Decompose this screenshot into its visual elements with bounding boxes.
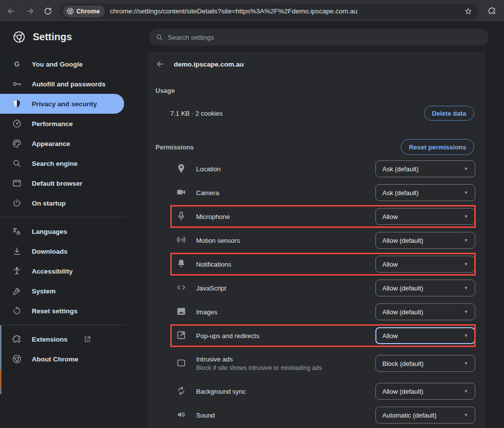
sidebar-item-label: Downloads	[32, 248, 68, 255]
permission-row-popups-and-redirects: Pop-ups and redirectsAllow▼	[147, 324, 486, 348]
browser-toolbar: Chrome chrome://settings/content/siteDet…	[0, 0, 504, 22]
download-icon	[12, 246, 22, 256]
permission-label: Notifications	[196, 261, 231, 268]
permission-row-background-sync: Background syncAllow (default)▼	[147, 379, 486, 403]
dropdown-value: Allow	[382, 261, 464, 268]
images-dropdown[interactable]: Allow (default)▼	[375, 303, 475, 320]
dropdown-value: Allow (default)	[382, 388, 464, 395]
sidebar-item-label: Reset settings	[32, 307, 77, 315]
desktop-edge-sliver	[0, 370, 1, 388]
sidebar-item-label: About Chrome	[32, 356, 78, 363]
sidebar-item-downloads[interactable]: Downloads	[0, 241, 124, 261]
back-arrow-icon[interactable]	[155, 59, 165, 69]
sidebar-item-appearance[interactable]: Appearance	[0, 134, 124, 153]
sidebar-item-languages[interactable]: Languages	[0, 221, 124, 241]
dropdown-value: Ask (default)	[382, 189, 464, 197]
motion-sensors-dropdown[interactable]: Allow (default)▼	[375, 232, 475, 249]
sidebar-nav: GYou and GoogleAutofill and passwordsPri…	[0, 52, 147, 428]
sidebar-item-label: Privacy and security	[32, 100, 97, 108]
desktop-edge-sliver	[0, 388, 1, 394]
sidebar-item-reset-settings[interactable]: Reset settings	[0, 301, 124, 321]
sound-dropdown[interactable]: Automatic (default)▼	[375, 407, 475, 424]
chrome-logo-icon	[12, 354, 22, 364]
permission-label: Motion sensors	[196, 237, 240, 244]
permission-label: Background sync	[196, 388, 246, 395]
dropdown-value: Block (default)	[382, 360, 464, 367]
speaker-icon	[175, 409, 187, 421]
bookmark-star-icon[interactable]	[464, 7, 473, 16]
notifications-dropdown[interactable]: Allow▼	[375, 256, 475, 273]
usage-value: 7.1 KB · 2 cookies	[170, 110, 424, 117]
reload-icon[interactable]	[43, 6, 53, 16]
location-dropdown[interactable]: Ask (default)▼	[375, 160, 475, 177]
chevron-down-icon: ▼	[464, 262, 468, 267]
microphone-dropdown[interactable]: Allow▼	[375, 208, 475, 225]
extensions-puzzle-icon[interactable]	[488, 6, 497, 15]
permission-row-notifications: NotificationsAllow▼	[147, 252, 486, 276]
delete-data-button[interactable]: Delete data	[424, 106, 474, 121]
sidebar-item-label: Search engine	[32, 160, 77, 167]
dropdown-value: Allow	[382, 213, 464, 220]
chevron-down-icon: ▼	[464, 166, 468, 171]
chrome-logo-icon	[67, 7, 74, 15]
image-icon	[175, 306, 187, 318]
sidebar-item-system[interactable]: System	[0, 281, 124, 301]
search-input[interactable]	[168, 34, 466, 41]
site-title: demo.ipscape.com.au	[174, 61, 244, 68]
settings-header: Settings	[0, 22, 504, 52]
popups-and-redirects-dropdown[interactable]: Allow▼	[375, 327, 475, 344]
dropdown-value: Allow (default)	[382, 237, 464, 244]
bell-icon	[175, 258, 187, 270]
desktop-edge-sliver	[0, 325, 1, 370]
browser-window-icon	[12, 178, 22, 188]
sidebar-item-label: Default browser	[32, 180, 82, 187]
chrome-logo-icon	[12, 30, 26, 44]
sidebar-item-on-startup[interactable]: On startup	[0, 193, 124, 213]
sidebar-item-search-engine[interactable]: Search engine	[0, 153, 124, 173]
page-title: Settings	[33, 31, 72, 43]
power-icon	[12, 198, 22, 208]
sidebar-item-label: Autofill and passwords	[32, 80, 106, 88]
sidebar-item-label: Appearance	[32, 140, 70, 147]
sidebar-item-label: Extensions	[32, 336, 68, 343]
camera-dropdown[interactable]: Ask (default)▼	[375, 184, 475, 201]
permissions-header: Permissions Reset permissions	[155, 139, 474, 155]
back-icon[interactable]	[6, 6, 16, 16]
sidebar-item-default-browser[interactable]: Default browser	[0, 173, 124, 193]
reset-permissions-button[interactable]: Reset permissions	[401, 139, 474, 155]
permissions-section-label: Permissions	[155, 143, 401, 151]
site-details-panel: demo.ipscape.com.au Usage 7.1 KB · 2 coo…	[147, 52, 486, 428]
permission-label: JavaScript	[196, 285, 226, 292]
chevron-down-icon: ▼	[464, 413, 468, 418]
permissions-list: LocationAsk (default)▼CameraAsk (default…	[147, 157, 486, 427]
sidebar-item-about-chrome[interactable]: About Chrome	[0, 349, 124, 369]
chevron-down-icon: ▼	[464, 361, 468, 366]
url-text[interactable]: chrome://settings/content/siteDetails?si…	[110, 7, 464, 15]
shield-icon	[12, 99, 22, 109]
reset-icon	[12, 306, 22, 316]
palette-icon	[12, 139, 22, 148]
sidebar-item-performance[interactable]: Performance	[0, 114, 124, 134]
intrusive-ads-dropdown[interactable]: Block (default)▼	[375, 355, 475, 372]
forward-icon[interactable]	[25, 6, 35, 16]
javascript-dropdown[interactable]: Allow (default)▼	[375, 280, 475, 296]
sidebar-item-accessibility[interactable]: Accessibility	[0, 261, 124, 281]
chevron-down-icon: ▼	[464, 238, 468, 243]
sidebar-item-you-and-google[interactable]: GYou and Google	[0, 54, 124, 74]
dropdown-value: Ask (default)	[382, 165, 464, 173]
sidebar-item-privacy-and-security[interactable]: Privacy and security	[0, 94, 124, 114]
microphone-icon	[175, 211, 187, 222]
permission-row-images: ImagesAllow (default)▼	[147, 300, 486, 324]
motion-sensors-icon	[175, 234, 187, 246]
chevron-down-icon: ▼	[464, 214, 468, 219]
url-bar[interactable]: Chrome chrome://settings/content/siteDet…	[60, 3, 478, 19]
background-sync-dropdown[interactable]: Allow (default)▼	[375, 383, 475, 400]
permission-row-microphone: MicrophoneAllow▼	[147, 205, 486, 228]
sidebar-item-autofill-and-passwords[interactable]: Autofill and passwords	[0, 74, 124, 94]
puzzle-icon	[12, 334, 22, 344]
sidebar-item-label: On startup	[32, 200, 66, 207]
code-icon	[175, 282, 187, 294]
sidebar-item-label: Accessibility	[32, 268, 73, 275]
settings-search[interactable]	[149, 29, 489, 46]
sidebar-item-extensions[interactable]: Extensions	[0, 329, 124, 349]
